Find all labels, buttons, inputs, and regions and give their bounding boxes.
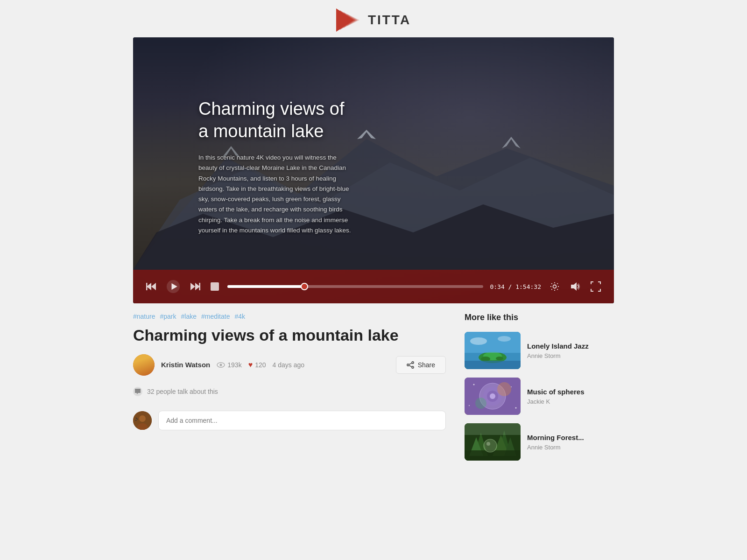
- play-button[interactable]: [165, 278, 182, 295]
- stop-button[interactable]: [209, 280, 221, 293]
- svg-point-45: [490, 393, 495, 399]
- svg-point-47: [475, 398, 486, 409]
- volume-button[interactable]: [568, 280, 582, 294]
- svg-point-48: [473, 384, 475, 385]
- related-title-2: Morning Forest...: [527, 433, 614, 442]
- svg-point-49: [511, 386, 512, 387]
- svg-rect-61: [465, 423, 521, 435]
- progress-bar[interactable]: [227, 285, 483, 288]
- svg-point-24: [412, 366, 414, 368]
- svg-point-18: [553, 285, 557, 288]
- svg-line-25: [409, 363, 412, 364]
- video-player[interactable]: Charming views of a mountain lake In thi…: [133, 37, 614, 303]
- likes-stat: ♥ 120: [248, 361, 266, 369]
- share-label: Share: [418, 361, 435, 369]
- likes-count: 120: [255, 361, 266, 369]
- share-button[interactable]: Share: [396, 356, 446, 374]
- video-overlay-title: Charming views of a mountain lake: [198, 98, 352, 142]
- logo: TITTA: [336, 8, 411, 32]
- tags-row: #nature #park #lake #meditate #4k: [133, 313, 446, 320]
- island-thumbnail: [465, 332, 521, 369]
- settings-button[interactable]: [548, 280, 562, 294]
- time-stat: 4 days ago: [273, 361, 305, 369]
- time-display: 0:34 / 1:54:32: [490, 283, 541, 290]
- svg-point-50: [469, 405, 470, 406]
- progress-thumb: [301, 283, 308, 290]
- svg-marker-15: [190, 283, 195, 290]
- svg-point-22: [412, 362, 414, 364]
- views-stat: 193k: [217, 361, 241, 369]
- comment-bubble-icon: [133, 387, 142, 396]
- eye-icon: [217, 361, 225, 369]
- days-ago: 4 days ago: [273, 361, 305, 369]
- author-name: Kristin Watson: [161, 361, 210, 369]
- related-thumb-1: [465, 378, 521, 415]
- svg-point-35: [481, 357, 490, 361]
- tag-meditate[interactable]: #meditate: [201, 313, 230, 320]
- spheres-thumbnail: [465, 378, 521, 415]
- author-avatar: [133, 354, 155, 376]
- left-content: #nature #park #lake #meditate #4k Charmi…: [133, 313, 446, 469]
- svg-point-59: [484, 439, 497, 452]
- svg-marker-11: [151, 283, 156, 290]
- related-item-2[interactable]: Morning Forest... Annie Storm: [465, 423, 614, 461]
- video-overlay: Charming views of a mountain lake In thi…: [198, 98, 352, 236]
- chat-icon: [134, 388, 141, 395]
- related-info-0: Lonely Island Jazz Annie Storm: [527, 342, 614, 360]
- commenter-avatar-image: [133, 411, 152, 430]
- comments-count-text: 32 people talk about this: [147, 388, 218, 395]
- main-content: #nature #park #lake #meditate #4k Charmi…: [133, 303, 614, 469]
- related-thumb-0: [465, 332, 521, 369]
- svg-point-39: [470, 337, 487, 345]
- svg-marker-3: [347, 14, 359, 26]
- comment-input[interactable]: [158, 411, 446, 430]
- svg-line-26: [409, 365, 412, 367]
- comments-count-row: 32 people talk about this: [133, 387, 446, 403]
- right-sidebar: More like this Lonely: [465, 313, 614, 469]
- svg-marker-19: [571, 282, 577, 291]
- comment-input-row: [133, 411, 446, 430]
- forest-thumbnail: [465, 423, 521, 461]
- related-thumb-2: [465, 423, 521, 461]
- tag-4k[interactable]: #4k: [234, 313, 245, 320]
- svg-point-46: [497, 382, 511, 396]
- svg-marker-8: [502, 137, 521, 148]
- stop-icon: [211, 282, 219, 291]
- related-item-1[interactable]: Music of spheres Jackie K: [465, 378, 614, 415]
- progress-fill: [227, 285, 304, 288]
- rewind-button[interactable]: [144, 280, 158, 294]
- related-author-0: Annie Storm: [527, 352, 614, 359]
- svg-point-60: [486, 442, 490, 446]
- svg-point-23: [407, 364, 409, 366]
- avatar-image: [133, 354, 155, 376]
- tag-lake[interactable]: #lake: [181, 313, 197, 320]
- related-info-2: Morning Forest... Annie Storm: [527, 433, 614, 451]
- views-count: 193k: [227, 361, 241, 369]
- related-item-0[interactable]: Lonely Island Jazz Annie Storm: [465, 332, 614, 369]
- page-title: Charming views of a mountain lake: [133, 326, 446, 345]
- fullscreen-button[interactable]: [589, 280, 603, 294]
- tag-nature[interactable]: #nature: [133, 313, 155, 320]
- more-title: More like this: [465, 313, 614, 322]
- related-info-1: Music of spheres Jackie K: [527, 387, 614, 406]
- related-author-2: Annie Storm: [527, 444, 614, 451]
- svg-point-51: [515, 407, 517, 409]
- svg-point-21: [220, 364, 222, 366]
- related-author-1: Jackie K: [527, 398, 614, 405]
- video-player-wrapper: Charming views of a mountain lake In thi…: [133, 37, 614, 303]
- svg-rect-17: [199, 283, 201, 290]
- logo-icon: [336, 8, 364, 32]
- related-title-1: Music of spheres: [527, 387, 614, 397]
- author-row: Kristin Watson 193k ♥ 120 4 days ago: [133, 354, 446, 376]
- logo-text: TITTA: [368, 13, 411, 28]
- svg-point-28: [139, 415, 146, 422]
- svg-rect-37: [465, 361, 521, 369]
- fast-forward-button[interactable]: [188, 280, 202, 294]
- commenter-avatar: [133, 411, 152, 430]
- video-overlay-description: In this scenic nature 4K video you will …: [198, 153, 352, 236]
- svg-marker-7: [357, 130, 376, 139]
- share-icon: [407, 361, 414, 369]
- controls-bar: 0:34 / 1:54:32: [133, 270, 614, 303]
- svg-point-40: [498, 336, 511, 342]
- tag-park[interactable]: #park: [160, 313, 176, 320]
